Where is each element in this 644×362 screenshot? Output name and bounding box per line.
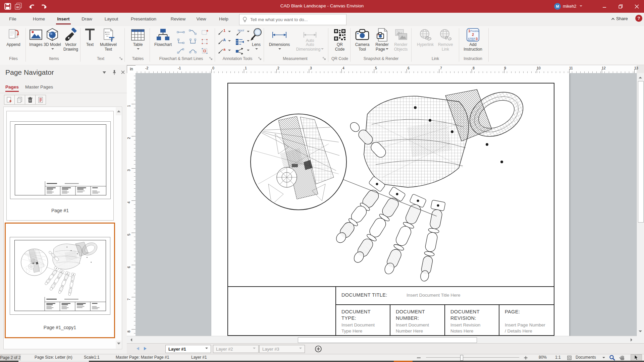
share-button[interactable]: Share — [611, 16, 628, 21]
anchor-box-tool-icon[interactable] — [200, 47, 210, 55]
camera-tool-button[interactable]: Camera Tool — [354, 27, 371, 52]
undo-icon[interactable] — [28, 3, 36, 10]
menu-home[interactable]: Home — [33, 16, 45, 21]
fit-page-icon[interactable] — [567, 355, 572, 360]
layer-tab-2[interactable]: Layer #2 — [213, 345, 259, 353]
page-thumbnail-1[interactable]: Page #1 — [6, 111, 114, 221]
text-callout-icon[interactable]: TEXT — [235, 28, 250, 36]
layer-tab-1[interactable]: Layer #1 — [165, 345, 211, 353]
bom-list-icon[interactable] — [235, 38, 250, 46]
avatar[interactable]: M — [554, 3, 561, 10]
lowercase-callout-icon[interactable]: a — [217, 47, 231, 55]
close-button[interactable] — [629, 0, 644, 13]
search-input[interactable] — [250, 15, 345, 24]
page-cell-value[interactable]: Insert Page Number / Details Here — [505, 322, 547, 334]
canvas-viewport[interactable]: DOCUMENT TITLE: Insert Document Title He… — [136, 73, 637, 336]
horizontal-scrollbar[interactable] — [127, 336, 637, 344]
menu-file[interactable]: File — [9, 16, 16, 21]
vertical-scroll-thumb[interactable] — [638, 81, 644, 223]
annotation-dialog-launcher-icon[interactable] — [258, 57, 262, 61]
lens-button[interactable]: Lens — [250, 27, 263, 52]
thumb-scroll-up[interactable] — [116, 107, 121, 115]
menu-insert[interactable]: Insert — [57, 16, 70, 21]
flowchart-button[interactable]: Flowchart — [152, 27, 174, 47]
scroll-down-icon[interactable] — [639, 330, 642, 334]
doc-title-value[interactable]: Insert Document Title Here — [407, 292, 461, 298]
scroll-right-icon[interactable] — [631, 338, 634, 342]
doc-type-value[interactable]: Insert Document Type Here — [341, 322, 378, 334]
scale-status[interactable]: Scale1:1 — [84, 355, 100, 360]
menu-layout[interactable]: Layout — [105, 16, 118, 21]
thumb-scroll-down[interactable] — [116, 341, 121, 349]
zoom-slider-thumb[interactable] — [460, 355, 463, 361]
page-size-status[interactable]: Page Size: Letter (in) — [35, 355, 72, 360]
render-page-button[interactable]: Render Page — [373, 27, 391, 52]
menu-draw[interactable]: Draw — [82, 16, 92, 21]
part-callout-icon[interactable] — [235, 47, 250, 55]
images-button[interactable]: 3D ModelImages — [28, 27, 44, 47]
zoom-slider-track[interactable] — [426, 357, 519, 358]
add-page-button[interactable] — [4, 95, 15, 105]
measurement-dialog-launcher-icon[interactable] — [323, 57, 327, 61]
u-line-tool-icon[interactable] — [188, 38, 198, 46]
zoom-ratio[interactable]: 1:1 — [555, 355, 561, 360]
straight-line-tool-icon[interactable] — [176, 28, 186, 36]
tab-master-pages[interactable]: Master Pages — [25, 84, 53, 89]
doc-revision-value[interactable]: Insert Revision Notes Here — [450, 322, 491, 334]
menu-help[interactable]: Help — [219, 16, 228, 21]
append-button[interactable]: Append — [4, 27, 23, 47]
zoom-in-icon[interactable] — [524, 356, 528, 360]
pan-hand-icon[interactable] — [619, 355, 625, 361]
dimensions-button[interactable]: Dimensions — [267, 27, 292, 52]
page-thumbnail-2-selected[interactable]: Page #1_copy1 — [5, 223, 115, 338]
scroll-up-icon[interactable] — [639, 75, 642, 78]
view-mode-select[interactable]: Documents — [576, 355, 596, 360]
restore-button[interactable] — [613, 0, 628, 13]
add-layer-button[interactable] — [315, 345, 322, 353]
layer-status[interactable]: Layer #1 — [191, 355, 207, 360]
elbow-line-tool-icon[interactable] — [176, 38, 186, 46]
page-indicator[interactable]: Page 2 of 2 — [0, 354, 21, 361]
smart-container-tool-icon[interactable] — [200, 38, 210, 46]
horizontal-scroll-thumb[interactable] — [298, 337, 477, 343]
doc-number-value[interactable]: Insert Document Number Here — [396, 322, 433, 334]
menu-review[interactable]: Review — [171, 16, 185, 21]
save-icon[interactable] — [4, 3, 12, 10]
zoom-out-icon[interactable] — [417, 357, 421, 358]
flowchart-dialog-launcher-icon[interactable] — [209, 57, 213, 61]
duplicate-page-button[interactable] — [14, 95, 25, 105]
panel-menu-caret-icon[interactable] — [102, 71, 106, 74]
add-instruction-button[interactable]: 1Process2STEP3 Add Instruction — [462, 27, 484, 52]
tab-pages[interactable]: Pages — [5, 84, 19, 89]
arc-tool-icon[interactable] — [188, 47, 198, 55]
minimize-button[interactable] — [597, 0, 612, 13]
s-curve-tool-icon[interactable] — [176, 47, 186, 55]
select-tool-button[interactable] — [631, 354, 642, 361]
text-button[interactable]: Text — [83, 27, 97, 47]
layer-tab-3[interactable]: Layer #3 — [259, 345, 305, 353]
view-mode-caret-icon[interactable] — [602, 357, 605, 360]
document-page[interactable]: DOCUMENT TITLE: Insert Document Title He… — [211, 73, 569, 336]
master-page-status[interactable]: Master Page: Master Page #1 — [116, 355, 169, 360]
scroll-left-icon[interactable] — [129, 338, 132, 342]
vertical-scrollbar[interactable] — [637, 73, 644, 336]
find-icon[interactable] — [609, 355, 615, 361]
menu-view[interactable]: View — [196, 16, 206, 21]
delete-page-button[interactable] — [25, 95, 36, 105]
tell-me-search[interactable] — [239, 14, 346, 25]
text-dialog-launcher-icon[interactable] — [119, 57, 123, 61]
multilevel-text-button[interactable]: Multilevel Text — [98, 27, 119, 52]
qr-code-button[interactable]: QR Code — [331, 27, 348, 52]
pin-icon[interactable] — [112, 70, 117, 75]
layer-tabs-right-icon[interactable] — [144, 347, 147, 351]
zoom-percent[interactable]: 80% — [539, 355, 547, 360]
menu-presentation[interactable]: Presentation — [131, 16, 156, 21]
user-menu-caret-icon[interactable] — [580, 5, 582, 8]
save-as-icon[interactable] — [15, 3, 23, 10]
vector-drawing-button[interactable]: Vector Drawing — [62, 27, 80, 52]
page-properties-button[interactable] — [35, 95, 46, 105]
smart-container-add-tool-icon[interactable] — [200, 28, 210, 36]
redo-icon[interactable] — [40, 3, 48, 10]
diagonal-line-tool-icon[interactable] — [188, 28, 198, 36]
help-button[interactable]: ? — [635, 15, 642, 22]
